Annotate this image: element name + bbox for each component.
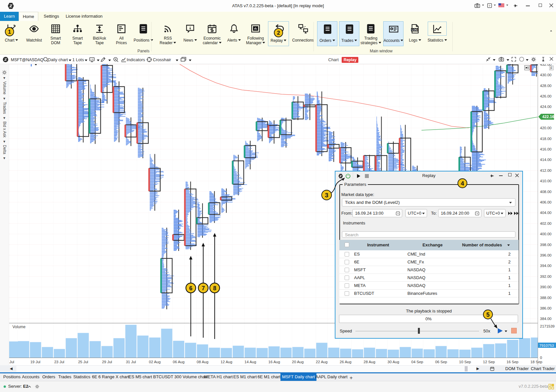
svg-text:6: 6 bbox=[189, 285, 192, 292]
svg-text:410.00: 410.00 bbox=[540, 179, 551, 183]
svg-text:20 Aug: 20 Aug bbox=[292, 360, 304, 364]
svg-text:7910753: 7910753 bbox=[539, 344, 554, 347]
svg-text:31 Jul: 31 Jul bbox=[126, 360, 136, 364]
svg-text:408.00: 408.00 bbox=[540, 190, 551, 194]
svg-text:23 Jul: 23 Jul bbox=[54, 360, 64, 364]
svg-text:12 Sep: 12 Sep bbox=[483, 360, 495, 364]
svg-text:06 Sep: 06 Sep bbox=[435, 360, 447, 364]
svg-text:26 Aug: 26 Aug bbox=[340, 360, 351, 364]
svg-text:19 Jul: 19 Jul bbox=[30, 360, 41, 364]
svg-text:402.00: 402.00 bbox=[540, 222, 551, 225]
svg-text:04 Sep: 04 Sep bbox=[411, 360, 423, 364]
svg-text:25 Jul: 25 Jul bbox=[78, 360, 88, 364]
svg-text:414.00: 414.00 bbox=[540, 158, 551, 162]
svg-text:F: F bbox=[550, 66, 552, 70]
svg-text:18 Sep: 18 Sep bbox=[530, 360, 542, 364]
svg-text:386.00: 386.00 bbox=[540, 306, 551, 310]
svg-text:8: 8 bbox=[213, 285, 216, 292]
svg-text:14 Aug: 14 Aug bbox=[244, 360, 256, 364]
svg-text:02 Aug: 02 Aug bbox=[149, 360, 161, 364]
svg-text:384.00: 384.00 bbox=[540, 317, 551, 321]
svg-text:22 Aug: 22 Aug bbox=[316, 360, 328, 364]
svg-text:28 Aug: 28 Aug bbox=[364, 360, 375, 364]
svg-text:416.00: 416.00 bbox=[540, 147, 551, 151]
svg-text:16 Aug: 16 Aug bbox=[268, 360, 280, 364]
svg-text:430.00: 430.00 bbox=[540, 73, 551, 77]
svg-text:404.00: 404.00 bbox=[540, 211, 551, 215]
svg-text:0: 0 bbox=[540, 356, 542, 360]
svg-text:388.00: 388.00 bbox=[540, 296, 551, 300]
svg-text:Jul: Jul bbox=[9, 360, 14, 364]
svg-text:08 Aug: 08 Aug bbox=[197, 360, 208, 364]
svg-text:392.00: 392.00 bbox=[540, 275, 551, 278]
svg-text:418.00: 418.00 bbox=[540, 137, 551, 141]
svg-text:30 Aug: 30 Aug bbox=[387, 360, 399, 364]
svg-text:16 Sep: 16 Sep bbox=[507, 360, 518, 364]
svg-text:428.00: 428.00 bbox=[540, 84, 551, 88]
svg-text:422.16: 422.16 bbox=[542, 115, 554, 119]
svg-text:400.00: 400.00 bbox=[540, 232, 551, 236]
svg-text:2171539: 2171539 bbox=[540, 324, 555, 328]
svg-text:396.00: 396.00 bbox=[540, 253, 551, 257]
svg-text:7: 7 bbox=[202, 285, 205, 292]
svg-text:406.00: 406.00 bbox=[540, 200, 551, 204]
svg-text:?: ? bbox=[489, 4, 490, 8]
svg-text:424.00: 424.00 bbox=[540, 105, 551, 109]
svg-text:394.00: 394.00 bbox=[540, 264, 551, 268]
svg-text:12 Aug: 12 Aug bbox=[221, 360, 232, 364]
svg-text:390.00: 390.00 bbox=[540, 285, 551, 289]
svg-text:06 Aug: 06 Aug bbox=[173, 360, 185, 364]
svg-text:420.00: 420.00 bbox=[540, 126, 551, 130]
svg-text:426.00: 426.00 bbox=[540, 94, 551, 98]
svg-text:398.00: 398.00 bbox=[540, 243, 551, 247]
svg-text:29 Jul: 29 Jul bbox=[102, 360, 112, 364]
svg-text:10 Sep: 10 Sep bbox=[459, 360, 471, 364]
svg-text:412.00: 412.00 bbox=[540, 169, 551, 172]
svg-text:Volume: Volume bbox=[12, 325, 26, 329]
svg-text:LOG: LOG bbox=[412, 28, 418, 31]
